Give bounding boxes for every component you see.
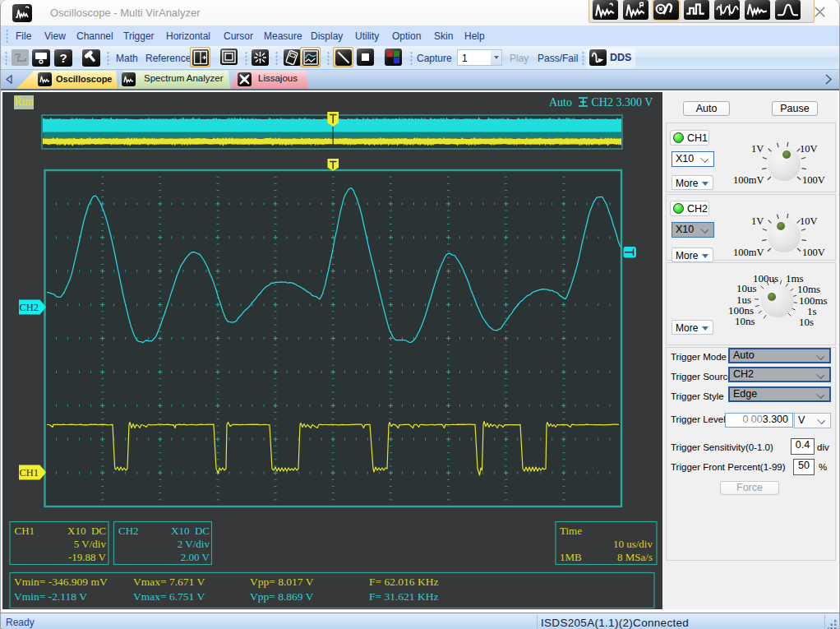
svg-text:Vmax= 6.751 V: Vmax= 6.751 V — [133, 590, 205, 603]
svg-text:2 V/div: 2 V/div — [178, 538, 210, 550]
svg-text:F= 31.621 KHz: F= 31.621 KHz — [369, 590, 439, 603]
svg-text:Vmax= 7.671 V: Vmax= 7.671 V — [133, 576, 205, 588]
svg-text:-19.88 V: -19.88 V — [68, 551, 107, 563]
svg-text:X10 DC: X10 DC — [67, 525, 106, 537]
svg-text:Time: Time — [560, 525, 582, 537]
svg-text:1MB: 1MB — [560, 551, 582, 563]
svg-text:CH1: CH1 — [20, 467, 39, 479]
svg-text:Vmin= -346.909 mV: Vmin= -346.909 mV — [14, 576, 108, 588]
svg-text:2.00 V: 2.00 V — [181, 551, 210, 563]
svg-text:CH2: CH2 — [118, 525, 139, 537]
svg-text:Vmin= -2.118 V: Vmin= -2.118 V — [14, 590, 87, 603]
svg-text:CH2: CH2 — [20, 302, 39, 313]
svg-text:F= 62.016 KHz: F= 62.016 KHz — [369, 576, 439, 588]
svg-text:10 us/div: 10 us/div — [613, 538, 653, 550]
svg-text:8 MSa/s: 8 MSa/s — [617, 551, 653, 563]
svg-text:Vpp= 8.869 V: Vpp= 8.869 V — [250, 590, 314, 603]
svg-text:CH1: CH1 — [15, 525, 35, 537]
svg-text:X10 DC: X10 DC — [171, 525, 210, 537]
svg-text:5 V/div: 5 V/div — [74, 538, 107, 550]
svg-text:?: ? — [59, 51, 67, 65]
svg-text:Vpp= 8.017 V: Vpp= 8.017 V — [250, 576, 314, 588]
